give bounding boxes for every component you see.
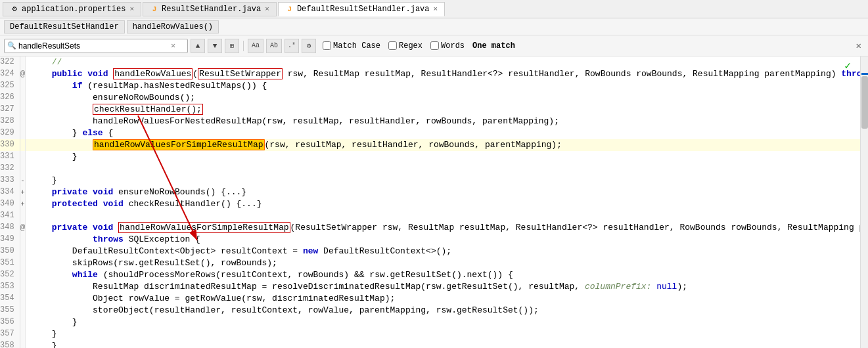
gutter-cell xyxy=(20,127,26,139)
code-table: 322 // 324 @ public void handleRowValues… xyxy=(0,56,860,348)
code-cell: private void ensureNoRowBounds() {...} xyxy=(26,186,860,198)
line-number: 322 xyxy=(0,56,20,68)
code-cell: ResultMap discriminatedResultMap = resol… xyxy=(26,281,860,293)
search-icon: 🔍 xyxy=(7,41,16,50)
search-input-wrap[interactable]: 🔍 ✕ xyxy=(4,39,188,53)
gutter-cell xyxy=(20,257,26,269)
search-next-button[interactable]: ▼ xyxy=(208,39,222,53)
breadcrumb-class[interactable]: DefaultResultSetHandler xyxy=(4,20,125,33)
code-cell: protected void checkResultHandler() {...… xyxy=(26,198,860,210)
tab-application-properties[interactable]: ⚙ application.properties × xyxy=(3,2,141,16)
gutter-cell xyxy=(20,104,26,116)
match-case-label[interactable]: Match Case xyxy=(323,41,380,51)
line-number: 355 xyxy=(0,305,20,316)
regex-label[interactable]: Regex xyxy=(388,41,423,51)
code-cell: handleRowValuesForSimpleResultMap(rsw, r… xyxy=(26,139,860,151)
code-content[interactable]: ✓ 322 // 324 @ public void handleRowValu… xyxy=(0,56,860,348)
gutter-cell: + xyxy=(20,198,26,210)
match-result: One match xyxy=(472,41,515,51)
line-number: 350 xyxy=(0,246,20,257)
line-number: 326 xyxy=(0,92,20,104)
line-number: 328 xyxy=(0,116,20,127)
table-row: 324 @ public void handleRowValues(Result… xyxy=(0,68,860,80)
search-close-button[interactable]: ✕ xyxy=(854,40,864,51)
table-row: 329 } else { xyxy=(0,127,860,139)
line-number: 325 xyxy=(0,80,20,92)
line-number: 352 xyxy=(0,269,20,281)
table-row: 357 } xyxy=(0,328,860,340)
search-word-btn[interactable]: Ab xyxy=(266,39,282,53)
tab-close-icon[interactable]: × xyxy=(129,5,134,13)
table-row: 327 checkResultHandler(); xyxy=(0,104,860,116)
search-prev-button[interactable]: ▲ xyxy=(191,39,205,53)
words-checkbox[interactable] xyxy=(430,41,439,50)
line-number: 353 xyxy=(0,281,20,293)
line-number: 330 xyxy=(0,139,20,151)
line-number: 341 xyxy=(0,210,20,222)
line-number: 333 xyxy=(0,175,20,186)
table-row: 353 ResultMap discriminatedResultMap = r… xyxy=(0,281,860,293)
code-cell: Object rowValue = getRowValue(rsw, discr… xyxy=(26,293,860,305)
gutter-cell: + xyxy=(20,186,26,198)
code-cell: if (resultMap.hasNestedResultMaps()) { xyxy=(26,80,860,92)
search-options: Match Case Regex Words xyxy=(323,41,465,51)
code-cell: } xyxy=(26,340,860,348)
regex-checkbox[interactable] xyxy=(388,41,397,50)
code-cell: } else { xyxy=(26,127,860,139)
line-number: 354 xyxy=(0,293,20,305)
table-row: 326 ensureNoRowBounds(); xyxy=(0,92,860,104)
search-input[interactable] xyxy=(18,41,170,51)
right-scrollbar[interactable] xyxy=(860,56,868,348)
code-cell: skipRows(rsw.getResultSet(), rowBounds); xyxy=(26,257,860,269)
table-row: 341 xyxy=(0,210,860,222)
line-number: 348 xyxy=(0,222,20,234)
table-row: 332 xyxy=(0,163,860,175)
line-number: 357 xyxy=(0,328,20,340)
line-number: 349 xyxy=(0,234,20,246)
tab-close-icon[interactable]: × xyxy=(265,5,269,13)
words-label[interactable]: Words xyxy=(430,41,465,51)
table-row: 328 handleRowValuesForNestedResultMap(rs… xyxy=(0,116,860,127)
table-row: 349 throws SQLException { xyxy=(0,234,860,246)
code-cell: // xyxy=(26,56,860,68)
tab-resultsethandler[interactable]: J ResultSetHandler.java × xyxy=(143,2,277,16)
tab-defaultresultsethandler[interactable]: J DefaultResultSetHandler.java × xyxy=(278,2,445,16)
gutter-cell: @ xyxy=(20,222,26,234)
gutter-cell xyxy=(20,246,26,257)
tab-close-icon2[interactable]: × xyxy=(434,5,438,13)
gutter-cell xyxy=(20,151,26,163)
table-row: 330 handleRowValuesForSimpleResultMap(rs… xyxy=(0,139,860,151)
table-row: 331 } xyxy=(0,151,860,163)
code-cell xyxy=(26,210,860,222)
gutter-cell xyxy=(20,234,26,246)
gutter-cell xyxy=(20,80,26,92)
gutter-cell xyxy=(20,281,26,293)
java-icon2: J xyxy=(285,5,294,14)
app-window: ⚙ application.properties × J ResultSetHa… xyxy=(0,0,868,348)
code-cell: ensureNoRowBounds(); xyxy=(26,92,860,104)
search-case-btn[interactable]: Aa xyxy=(248,39,263,53)
breadcrumb-method[interactable]: handleRowValues() xyxy=(127,20,219,33)
match-case-checkbox[interactable] xyxy=(323,41,331,50)
gutter-cell xyxy=(20,269,26,281)
table-row: 333 - } xyxy=(0,175,860,186)
code-cell: DefaultResultContext<Object> resultConte… xyxy=(26,246,860,257)
code-cell: checkResultHandler(); xyxy=(26,104,860,116)
search-regex-btn[interactable]: .* xyxy=(285,39,299,53)
search-find-all-button[interactable]: ⊞ xyxy=(225,39,239,53)
gutter-cell xyxy=(20,92,26,104)
gear-icon: ⚙ xyxy=(10,5,19,14)
code-cell: } xyxy=(26,316,860,328)
gutter-cell: - xyxy=(20,175,26,186)
search-settings-btn[interactable]: ⚙ xyxy=(302,39,316,53)
search-separator xyxy=(243,41,244,51)
code-cell: while (shouldProcessMoreRows(resultConte… xyxy=(26,269,860,281)
search-clear-icon[interactable]: ✕ xyxy=(170,41,177,51)
gutter-cell: @ xyxy=(20,68,26,80)
line-number: 351 xyxy=(0,257,20,269)
gutter-cell xyxy=(20,293,26,305)
table-row: 354 Object rowValue = getRowValue(rsw, d… xyxy=(0,293,860,305)
line-number: 340 xyxy=(0,198,20,210)
table-row: 350 DefaultResultContext<Object> resultC… xyxy=(0,246,860,257)
java-icon: J xyxy=(150,5,159,14)
